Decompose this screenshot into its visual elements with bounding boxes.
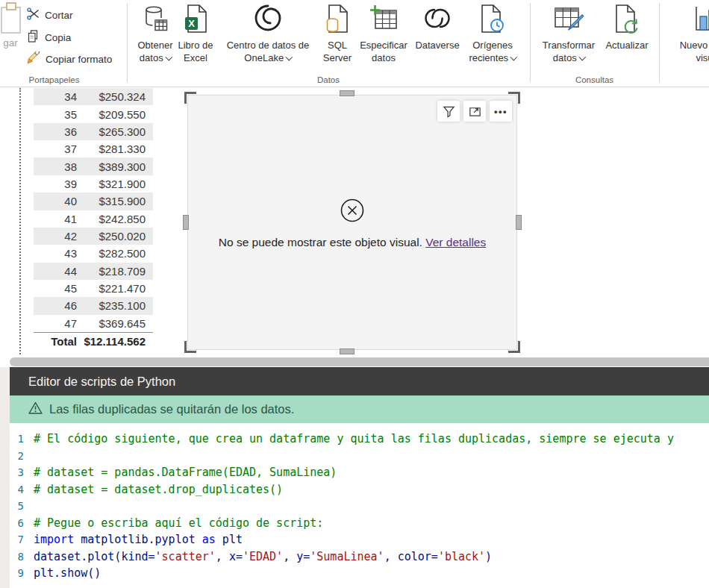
transform-data-button[interactable]: Transformar datos bbox=[534, 4, 603, 64]
python-code-editor[interactable]: 1# El código siguiente, que crea un data… bbox=[10, 423, 709, 588]
code-line[interactable]: 3# dataset = pandas.DataFrame(EDAD, Suma… bbox=[10, 464, 709, 481]
table-visual-edge bbox=[19, 88, 21, 354]
resize-handle-right[interactable] bbox=[516, 215, 522, 230]
onelake-hub-button[interactable]: Centro de datos de OneLake bbox=[219, 4, 316, 64]
sumalinea-cell: $250.020 bbox=[77, 230, 153, 243]
resize-handle-bottom-right[interactable] bbox=[508, 341, 520, 353]
resize-handle-top[interactable] bbox=[340, 90, 354, 96]
get-data-button[interactable]: Obtener datos bbox=[134, 4, 176, 64]
copy-label: Copia bbox=[45, 32, 71, 43]
chevron-down-icon bbox=[286, 53, 293, 60]
focus-mode-icon[interactable] bbox=[463, 101, 486, 122]
table-row[interactable]: 45$221.470 bbox=[34, 280, 153, 297]
database-table-icon bbox=[134, 4, 176, 40]
code-line[interactable]: 1# El código siguiente, que crea un data… bbox=[10, 431, 709, 448]
code-line[interactable]: 8dataset.plot(kind='scatter', x='EDAD', … bbox=[10, 548, 709, 566]
resize-handle-top-left[interactable] bbox=[184, 92, 196, 104]
recent-sources-button[interactable]: Orígenes recientes bbox=[466, 4, 519, 64]
group-label-clipboard: Portapapeles bbox=[7, 75, 101, 84]
error-message: No se puede mostrar este objeto visual. bbox=[219, 236, 422, 248]
code-text: import matplotlib.pyplot as plt bbox=[34, 533, 243, 546]
edad-cell: 36 bbox=[34, 125, 77, 138]
sumalinea-cell: $235.100 bbox=[77, 299, 153, 312]
resize-handle-bottom[interactable] bbox=[340, 348, 354, 354]
paste-button[interactable]: gar bbox=[0, 1, 30, 50]
resize-handle-bottom-left[interactable] bbox=[184, 341, 196, 353]
code-line[interactable]: 6# Pegue o escriba aquí el código de scr… bbox=[10, 515, 709, 532]
line-number: 3 bbox=[10, 466, 24, 478]
sql-server-button[interactable]: SQL Server bbox=[319, 4, 355, 64]
table-row[interactable]: 39$321.900 bbox=[34, 175, 153, 193]
group-label-data: Datos bbox=[127, 75, 530, 84]
edad-cell: 34 bbox=[34, 90, 77, 103]
chevron-down-icon bbox=[165, 53, 172, 60]
sumalinea-cell: $315.900 bbox=[77, 195, 153, 207]
table-row[interactable]: 37$281.330 bbox=[34, 140, 153, 157]
edad-cell: 46 bbox=[34, 299, 77, 312]
cut-button[interactable]: Cortar bbox=[27, 6, 73, 24]
code-line[interactable]: 4# dataset = dataset.drop_duplicates() bbox=[10, 481, 709, 498]
code-line[interactable]: 9plt.show() bbox=[10, 565, 709, 582]
format-painter-label: Copiar formato bbox=[46, 54, 112, 65]
line-number: 4 bbox=[10, 484, 24, 495]
table-row[interactable]: 35$209.550 bbox=[34, 105, 153, 122]
code-text: plt.show() bbox=[34, 566, 101, 580]
total-value: $12.114.562 bbox=[77, 335, 153, 348]
see-details-link[interactable]: Ver detalles bbox=[425, 236, 486, 248]
excel-file-icon: X bbox=[175, 4, 216, 40]
new-visual-icon bbox=[667, 4, 709, 40]
copy-button[interactable]: Copia bbox=[27, 28, 71, 46]
onelake-hub-label: Centro de datos de OneLake bbox=[227, 40, 310, 63]
code-line[interactable]: 2 bbox=[10, 448, 709, 465]
cut-icon bbox=[27, 7, 40, 22]
table-row[interactable]: 40$315.900 bbox=[34, 193, 153, 210]
edad-cell: 38 bbox=[34, 160, 77, 173]
ribbon-divider bbox=[530, 3, 531, 82]
refresh-button[interactable]: Actualizar bbox=[602, 4, 652, 52]
enter-data-icon bbox=[355, 4, 412, 40]
dataverse-button[interactable]: Dataverse bbox=[412, 4, 463, 52]
table-row[interactable]: 42$250.020 bbox=[34, 228, 153, 245]
table-row[interactable]: 43$282.500 bbox=[34, 245, 153, 262]
table-row[interactable]: 44$218.709 bbox=[34, 263, 153, 280]
format-painter-icon bbox=[27, 51, 40, 66]
code-line[interactable]: 5 bbox=[10, 498, 709, 515]
total-label: Total bbox=[34, 335, 77, 348]
sql-server-icon bbox=[319, 4, 355, 40]
table-row[interactable]: 41$242.850 bbox=[34, 210, 153, 228]
table-visual: 34$250.32435$209.55036$265.30037$281.330… bbox=[34, 88, 153, 350]
code-text: # dataset = pandas.DataFrame(EDAD, SumaL… bbox=[34, 466, 337, 479]
enter-data-button[interactable]: Especificar datos bbox=[355, 4, 412, 64]
edad-cell: 47 bbox=[34, 317, 77, 330]
report-canvas[interactable]: 34$250.32435$209.55036$265.30037$281.330… bbox=[0, 87, 709, 356]
format-painter-button[interactable]: Copiar formato bbox=[27, 50, 112, 68]
sumalinea-cell: $281.330 bbox=[77, 143, 153, 155]
table-row[interactable]: 36$265.300 bbox=[34, 123, 153, 140]
filter-icon[interactable] bbox=[437, 101, 460, 122]
sql-server-label: SQL Server bbox=[319, 40, 355, 64]
broken-visual[interactable]: ••• No se puede mostrar este objeto visu… bbox=[188, 96, 516, 349]
line-number: 2 bbox=[10, 450, 24, 462]
table-row[interactable]: 38$389.300 bbox=[34, 157, 153, 175]
scrollbar-thumb[interactable] bbox=[10, 357, 709, 366]
table-row[interactable]: 34$250.324 bbox=[34, 88, 153, 105]
table-total-row: Total $12.114.562 bbox=[34, 332, 153, 350]
sumalinea-cell: $369.645 bbox=[77, 317, 153, 330]
line-number: 1 bbox=[10, 433, 24, 445]
table-row[interactable]: 47$369.645 bbox=[34, 315, 153, 332]
sumalinea-cell: $321.900 bbox=[77, 178, 153, 190]
paste-label: gar bbox=[0, 37, 30, 50]
line-number: 6 bbox=[10, 517, 24, 529]
line-number: 7 bbox=[10, 534, 24, 545]
chevron-down-icon bbox=[510, 53, 517, 60]
more-options-icon[interactable]: ••• bbox=[490, 101, 512, 122]
svg-text:X: X bbox=[188, 18, 195, 29]
code-line[interactable]: 7import matplotlib.pyplot as plt bbox=[10, 531, 709, 548]
refresh-icon bbox=[602, 4, 652, 40]
new-visual-button[interactable]: Nuevo objeto visual bbox=[667, 4, 709, 64]
warning-icon bbox=[28, 401, 43, 418]
clipboard-icon bbox=[0, 1, 30, 37]
edad-cell: 37 bbox=[34, 143, 77, 155]
table-row[interactable]: 46$235.100 bbox=[34, 297, 153, 314]
excel-workbook-button[interactable]: X Libro de Excel bbox=[175, 4, 216, 64]
